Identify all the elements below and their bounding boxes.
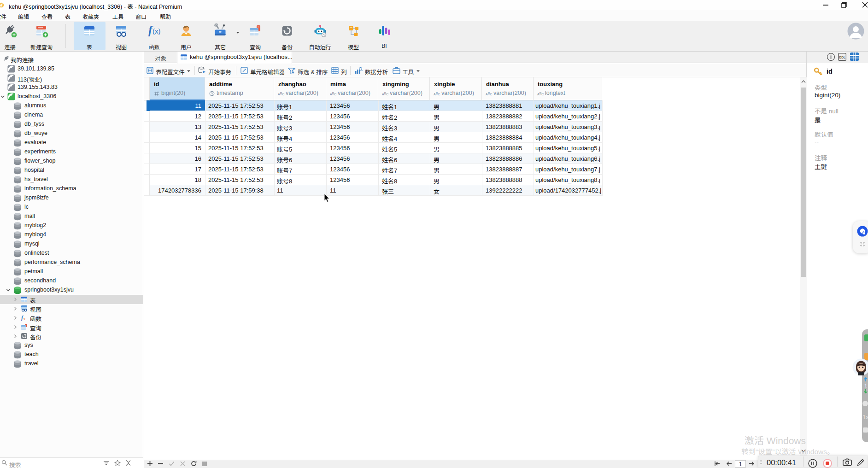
svg-text:DDL: DDL xyxy=(839,56,845,59)
svg-text:(x): (x) xyxy=(152,27,161,35)
svg-text:x: x xyxy=(23,317,25,321)
